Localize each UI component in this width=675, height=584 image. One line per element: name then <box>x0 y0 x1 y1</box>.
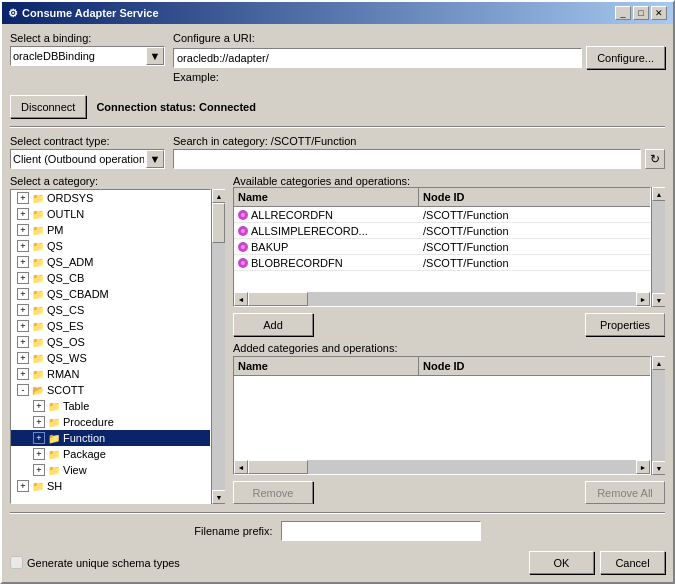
available-cell-name-4: BLOBRECORDFN <box>234 255 419 270</box>
disconnect-button[interactable]: Disconnect <box>10 95 86 118</box>
added-scroll-up-button[interactable]: ▲ <box>652 356 665 370</box>
tree-scroll-down-button[interactable]: ▼ <box>212 490 225 504</box>
available-scroll-down-button[interactable]: ▼ <box>652 293 665 307</box>
tree-item-outln[interactable]: + 📁 OUTLN <box>11 206 210 222</box>
connection-status-text: Connection status: Connected <box>96 101 256 113</box>
tree-item-qs-cb[interactable]: + 📁 QS_CB <box>11 270 210 286</box>
maximize-button[interactable]: □ <box>633 6 649 20</box>
add-button[interactable]: Add <box>233 313 313 336</box>
row-icon-4 <box>238 258 248 268</box>
folder-icon-function: 📁 <box>47 431 61 445</box>
expander-function[interactable]: + <box>33 432 45 444</box>
tree-scroll: + 📁 ORDSYS + 📁 OUTLN <box>11 190 210 494</box>
expander-ordsys[interactable]: + <box>17 192 29 204</box>
uri-input[interactable] <box>173 48 582 68</box>
available-row-3[interactable]: BAKUP /SCOTT/Function <box>234 239 650 255</box>
expander-view[interactable]: + <box>33 464 45 476</box>
tree-item-qs-ws[interactable]: + 📁 QS_WS <box>11 350 210 366</box>
available-h-scrollbar[interactable]: ◄ ► <box>234 292 650 306</box>
tree-item-procedure[interactable]: + 📁 Procedure <box>11 414 210 430</box>
tree-label-qs-adm: QS_ADM <box>47 256 93 268</box>
expander-qs-ws[interactable]: + <box>17 352 29 364</box>
folder-icon-qs-cb: 📁 <box>31 271 45 285</box>
expander-rman[interactable]: + <box>17 368 29 380</box>
available-row-4[interactable]: BLOBRECORDFN /SCOTT/Function <box>234 255 650 271</box>
tree-item-qs-os[interactable]: + 📁 QS_OS <box>11 334 210 350</box>
tree-vertical-scrollbar[interactable]: ▲ ▼ <box>211 189 225 504</box>
filename-input[interactable] <box>281 521 481 541</box>
folder-icon-scott: 📂 <box>31 383 45 397</box>
tree-item-ordsys[interactable]: + 📁 ORDSYS <box>11 190 210 206</box>
configure-button[interactable]: Configure... <box>586 46 665 69</box>
added-scroll-right-button[interactable]: ► <box>636 460 650 474</box>
available-scroll-left-button[interactable]: ◄ <box>234 292 248 306</box>
main-window: ⚙ Consume Adapter Service _ □ ✕ Select a… <box>0 0 675 584</box>
tree-item-qs-adm[interactable]: + 📁 QS_ADM <box>11 254 210 270</box>
tree-item-qs-es[interactable]: + 📁 QS_ES <box>11 318 210 334</box>
tree-item-table[interactable]: + 📁 Table <box>11 398 210 414</box>
folder-icon-view: 📁 <box>47 463 61 477</box>
tree-item-sh[interactable]: + 📁 SH <box>11 478 210 494</box>
expander-qs-os[interactable]: + <box>17 336 29 348</box>
contract-select[interactable]: Client (Outbound operation: <box>10 149 165 169</box>
available-table-wrapper: Name Node ID ALLRECORDFN /SCOTT/Function <box>233 187 665 307</box>
expander-pm[interactable]: + <box>17 224 29 236</box>
checkbox-row: Generate unique schema types <box>10 556 180 569</box>
folder-icon-ordsys: 📁 <box>31 191 45 205</box>
available-v-scrollbar[interactable]: ▲ ▼ <box>651 187 665 307</box>
tree-label-qs: QS <box>47 240 63 252</box>
available-cell-nodeid-1: /SCOTT/Function <box>419 207 650 222</box>
tree-item-view[interactable]: + 📁 View <box>11 462 210 478</box>
tree-item-pm[interactable]: + 📁 PM <box>11 222 210 238</box>
expander-scott[interactable]: - <box>17 384 29 396</box>
available-scroll-right-button[interactable]: ► <box>636 292 650 306</box>
added-table-wrapper: Name Node ID ◄ <box>233 356 665 475</box>
added-col-name: Name <box>234 357 419 375</box>
available-col-nodeid: Node ID <box>419 188 650 206</box>
expander-procedure[interactable]: + <box>33 416 45 428</box>
tree-item-function[interactable]: + 📁 Function <box>11 430 210 446</box>
added-v-scrollbar[interactable]: ▲ ▼ <box>651 356 665 475</box>
ok-button[interactable]: OK <box>529 551 594 574</box>
tree-label-qs-cb: QS_CB <box>47 272 84 284</box>
binding-select[interactable]: oracleDBBinding <box>10 46 165 66</box>
tree-scroll-up-button[interactable]: ▲ <box>212 189 225 203</box>
tree-label-qs-cbadm: QS_CBADM <box>47 288 109 300</box>
unique-schema-checkbox[interactable] <box>10 556 23 569</box>
available-scroll-up-button[interactable]: ▲ <box>652 187 665 201</box>
tree-item-package[interactable]: + 📁 Package <box>11 446 210 462</box>
remove-all-button[interactable]: Remove All <box>585 481 665 504</box>
expander-table[interactable]: + <box>33 400 45 412</box>
expander-qs-cbadm[interactable]: + <box>17 288 29 300</box>
added-scroll-left-button[interactable]: ◄ <box>234 460 248 474</box>
available-table: Name Node ID ALLRECORDFN /SCOTT/Function <box>233 187 651 307</box>
remove-button[interactable]: Remove <box>233 481 313 504</box>
tree-item-qs-cbadm[interactable]: + 📁 QS_CBADM <box>11 286 210 302</box>
added-h-scrollbar[interactable]: ◄ ► <box>234 460 650 474</box>
expander-outln[interactable]: + <box>17 208 29 220</box>
available-cell-name-3: BAKUP <box>234 239 419 254</box>
uri-section: Configure a URI: Configure... Example: <box>173 32 665 85</box>
added-scroll-down-button[interactable]: ▼ <box>652 461 665 475</box>
tree-item-qs-cs[interactable]: + 📁 QS_CS <box>11 302 210 318</box>
refresh-button[interactable]: ↻ <box>645 149 665 169</box>
expander-qs-cb[interactable]: + <box>17 272 29 284</box>
available-row-2[interactable]: ALLSIMPLERECORD... /SCOTT/Function <box>234 223 650 239</box>
available-row-1[interactable]: ALLRECORDFN /SCOTT/Function <box>234 207 650 223</box>
expander-qs-es[interactable]: + <box>17 320 29 332</box>
available-scroll-thumb <box>248 292 308 306</box>
minimize-button[interactable]: _ <box>615 6 631 20</box>
expander-qs[interactable]: + <box>17 240 29 252</box>
expander-qs-cs[interactable]: + <box>17 304 29 316</box>
tree-label-table: Table <box>63 400 89 412</box>
tree-item-qs[interactable]: + 📁 QS <box>11 238 210 254</box>
cancel-button[interactable]: Cancel <box>600 551 665 574</box>
close-button[interactable]: ✕ <box>651 6 667 20</box>
expander-sh[interactable]: + <box>17 480 29 492</box>
properties-button[interactable]: Properties <box>585 313 665 336</box>
tree-item-scott[interactable]: - 📂 SCOTT <box>11 382 210 398</box>
search-input[interactable] <box>173 149 641 169</box>
expander-qs-adm[interactable]: + <box>17 256 29 268</box>
expander-package[interactable]: + <box>33 448 45 460</box>
tree-item-rman[interactable]: + 📁 RMAN <box>11 366 210 382</box>
